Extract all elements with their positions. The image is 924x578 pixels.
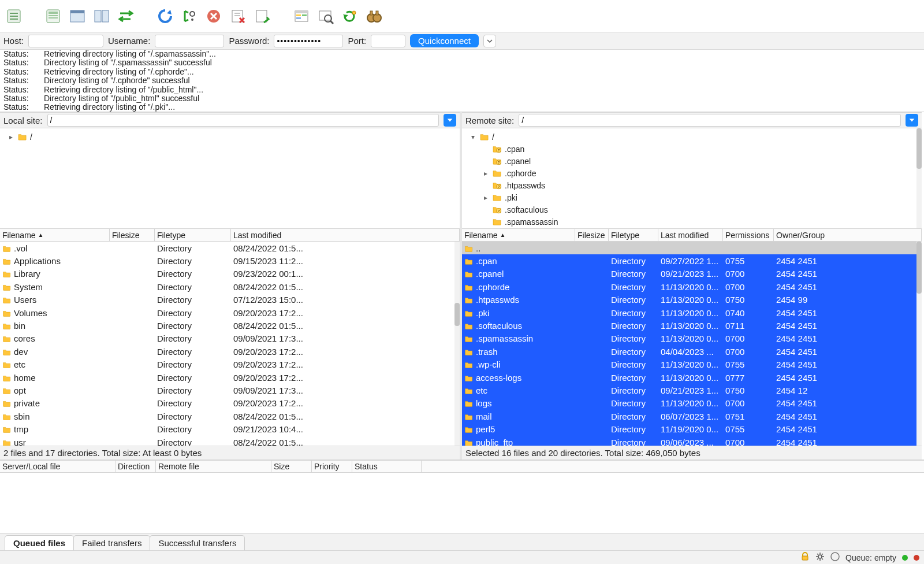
lock-icon[interactable] <box>800 552 810 563</box>
binoculars-icon[interactable] <box>364 6 385 27</box>
tree-item[interactable]: ▾/ <box>464 131 919 143</box>
file-row[interactable]: devDirectory09/20/2023 17:2... <box>0 345 460 358</box>
tree-item[interactable]: .softaculous <box>464 203 919 216</box>
file-row[interactable]: .softaculousDirectory11/13/2020 0...0711… <box>462 319 922 332</box>
file-row[interactable]: .wp-cliDirectory11/13/2020 0...07552454 … <box>462 358 922 371</box>
toggle-remote-tree-icon[interactable] <box>91 6 112 27</box>
tree-item[interactable]: .cpanel <box>464 155 919 167</box>
remote-directory-tree[interactable]: ▾/.cpan.cpanel▸.cphorde.htpasswds▸.pki.s… <box>462 128 922 229</box>
column-header[interactable]: Last modified <box>231 229 460 241</box>
message-log[interactable]: Status:Retrieving directory listing of "… <box>0 50 924 112</box>
file-row[interactable]: etcDirectory09/21/2023 1...07502454 12 <box>462 384 922 397</box>
file-row[interactable]: .volDirectory08/24/2022 01:5... <box>0 242 460 254</box>
file-row[interactable]: tmpDirectory09/21/2023 10:4... <box>0 423 460 435</box>
expand-toggle[interactable]: ▾ <box>469 133 477 141</box>
file-row[interactable]: usrDirectory08/24/2022 01:5... <box>0 436 460 446</box>
compare-icon[interactable] <box>291 6 312 27</box>
file-row[interactable]: public_ftpDirectory09/06/2023 ...0700245… <box>462 436 922 446</box>
file-row[interactable]: .pkiDirectory11/13/2020 0...07402454 245… <box>462 306 922 319</box>
expand-toggle[interactable]: ▸ <box>482 169 490 177</box>
file-row[interactable]: ApplicationsDirectory09/15/2023 11:2... <box>0 254 460 267</box>
toggle-log-icon[interactable] <box>43 6 64 27</box>
tree-item[interactable]: .htpasswds <box>464 179 919 191</box>
search-icon[interactable] <box>315 6 336 27</box>
tree-item[interactable]: ▸.pki <box>464 191 919 203</box>
port-input[interactable] <box>371 35 405 47</box>
local-directory-tree[interactable]: ▸/ <box>0 128 460 229</box>
file-row[interactable]: homeDirectory09/20/2023 17:2... <box>0 371 460 384</box>
column-header[interactable]: Filesize <box>110 229 155 241</box>
cancel-icon[interactable] <box>203 6 224 27</box>
tree-item[interactable]: .cpan <box>464 143 919 155</box>
remote-path-dropdown[interactable] <box>906 114 918 127</box>
local-path-input[interactable] <box>47 114 439 127</box>
sync-browse-icon[interactable] <box>340 6 360 27</box>
quickconnect-history-dropdown[interactable] <box>483 35 496 47</box>
file-row[interactable]: .cpanDirectory09/27/2022 1...07552454 24… <box>462 254 922 267</box>
toggle-local-tree-icon[interactable] <box>67 6 88 27</box>
file-row[interactable]: binDirectory08/24/2022 01:5... <box>0 319 460 332</box>
file-row[interactable]: privateDirectory09/20/2023 17:2... <box>0 397 460 410</box>
file-row[interactable]: LibraryDirectory09/23/2022 00:1... <box>0 268 460 280</box>
queue-tab[interactable]: Successful transfers <box>150 535 245 550</box>
file-row[interactable]: logsDirectory11/13/2020 0...07002454 245… <box>462 397 922 410</box>
column-header[interactable]: Last modified <box>658 229 723 241</box>
reconnect-icon[interactable] <box>252 6 273 27</box>
column-header[interactable]: Remote file <box>156 461 271 472</box>
queue-tab[interactable]: Queued files <box>5 535 74 550</box>
parent-directory-row[interactable]: .. <box>462 242 922 254</box>
site-manager-icon[interactable] <box>3 6 24 27</box>
column-header[interactable]: Server/Local file <box>0 461 116 472</box>
column-header[interactable]: Filename▲ <box>0 229 110 241</box>
file-row[interactable]: SystemDirectory08/24/2022 01:5... <box>0 280 460 293</box>
toggle-queue-icon[interactable] <box>116 6 136 27</box>
disconnect-icon[interactable] <box>228 6 248 27</box>
expand-toggle[interactable]: ▸ <box>482 194 490 202</box>
column-header[interactable]: Status <box>352 461 422 472</box>
file-row[interactable]: mailDirectory06/07/2023 1...07512454 245… <box>462 410 922 423</box>
quickconnect-button[interactable]: Quickconnect <box>410 34 479 47</box>
column-header[interactable]: Direction <box>116 461 156 472</box>
remote-file-list[interactable]: ...cpanDirectory09/27/2022 1...07552454 … <box>462 242 922 446</box>
file-row[interactable]: sbinDirectory08/24/2022 01:5... <box>0 410 460 423</box>
username-input[interactable] <box>155 35 224 47</box>
column-header[interactable]: Filename▲ <box>462 229 575 241</box>
remote-list-header[interactable]: Filename▲FilesizeFiletypeLast modifiedPe… <box>462 229 922 242</box>
file-row[interactable]: optDirectory09/09/2021 17:3... <box>0 384 460 397</box>
file-row[interactable]: etcDirectory09/20/2023 17:2... <box>0 358 460 371</box>
process-queue-icon[interactable] <box>179 6 200 27</box>
host-input[interactable] <box>28 35 103 47</box>
file-row[interactable]: access-logsDirectory11/13/2020 0...07772… <box>462 371 922 384</box>
gear-icon[interactable] <box>815 552 825 563</box>
expand-toggle[interactable]: ▸ <box>7 133 15 141</box>
pause-resume-icon[interactable] <box>830 552 840 563</box>
file-row[interactable]: .cpanelDirectory09/21/2023 1...07002454 … <box>462 268 922 280</box>
tree-item[interactable]: .spamassassin <box>464 216 919 228</box>
file-row[interactable]: perl5Directory11/19/2020 0...07552454 24… <box>462 423 922 435</box>
password-input[interactable] <box>274 35 343 47</box>
queue-header[interactable]: Server/Local fileDirectionRemote fileSiz… <box>0 460 924 473</box>
column-header[interactable]: Size <box>271 461 312 472</box>
file-row[interactable]: UsersDirectory07/12/2023 15:0... <box>0 294 460 306</box>
file-row[interactable]: .htpasswdsDirectory11/13/2020 0...075024… <box>462 294 922 306</box>
file-row[interactable]: .trashDirectory04/04/2023 ...07002454 24… <box>462 345 922 358</box>
file-row[interactable]: coresDirectory09/09/2021 17:3... <box>0 332 460 345</box>
tree-item[interactable]: ▸.cphorde <box>464 167 919 179</box>
remote-path-input[interactable] <box>519 114 901 127</box>
column-header[interactable]: Filesize <box>575 229 609 241</box>
local-file-list[interactable]: .volDirectory08/24/2022 01:5...Applicati… <box>0 242 460 446</box>
column-header[interactable]: Permissions <box>723 229 774 241</box>
local-list-header[interactable]: Filename▲FilesizeFiletypeLast modified <box>0 229 460 242</box>
column-header[interactable]: Filetype <box>155 229 231 241</box>
queue-tab[interactable]: Failed transfers <box>73 535 150 550</box>
file-row[interactable]: .spamassassinDirectory11/13/2020 0...070… <box>462 332 922 345</box>
column-header[interactable]: Owner/Group <box>774 229 922 241</box>
tree-item[interactable]: ▸/ <box>2 131 457 143</box>
file-row[interactable]: .cphordeDirectory11/13/2020 0...07002454… <box>462 280 922 293</box>
refresh-icon[interactable] <box>155 6 176 27</box>
queue-body[interactable] <box>0 473 924 533</box>
column-header[interactable]: Filetype <box>609 229 658 241</box>
file-row[interactable]: VolumesDirectory09/20/2023 17:2... <box>0 306 460 319</box>
local-path-dropdown[interactable] <box>444 114 456 127</box>
column-header[interactable]: Priority <box>312 461 352 472</box>
